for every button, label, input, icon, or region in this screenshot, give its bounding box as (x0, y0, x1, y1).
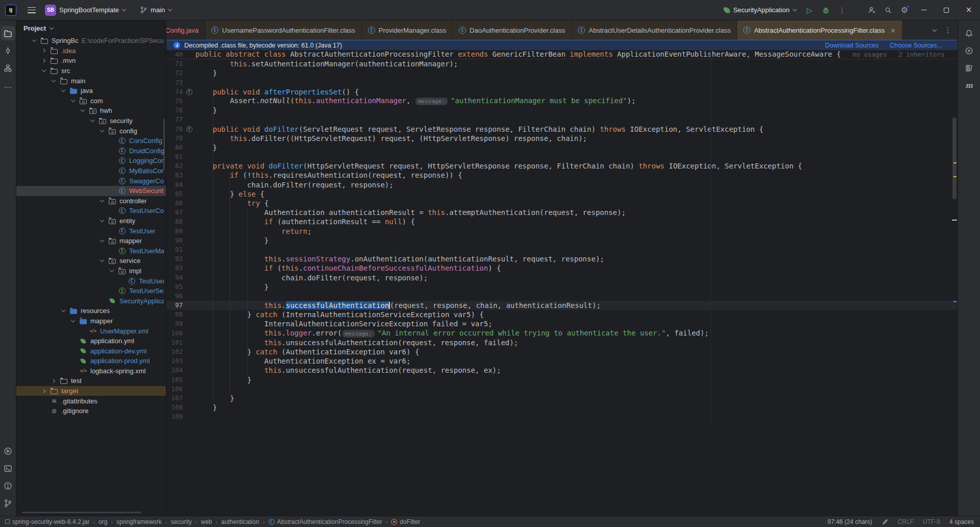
editor-scrollbar-thumb[interactable] (952, 117, 957, 199)
override-method-gutter-icon[interactable]: ↑ (186, 89, 192, 95)
code-line[interactable]: 97 this.successfulAuthentication(request… (166, 301, 958, 310)
code-line[interactable]: 92 this.sessionStrategy.onAuthentication… (166, 254, 958, 264)
breadcrumb-item[interactable]: CAbstractAuthenticationProcessingFilter (268, 518, 382, 525)
code-line[interactable]: 95 } (166, 282, 958, 292)
tree-chevron-slot[interactable] (50, 378, 59, 383)
choose-sources-link[interactable]: Choose Sources... (890, 42, 942, 49)
tree-row[interactable]: java (16, 86, 166, 96)
ai-assistant-button[interactable] (962, 43, 976, 58)
code-line[interactable]: 106 (166, 385, 958, 394)
tree-chevron-slot[interactable] (69, 319, 79, 323)
code-line[interactable]: 83 if (!this.requiresAuthentication(requ… (166, 171, 958, 180)
search-everywhere-button[interactable] (880, 2, 896, 18)
tree-row[interactable]: CSwaggerConfig (16, 176, 166, 186)
read-only-icon[interactable] (881, 518, 889, 525)
editor-background[interactable] (166, 422, 958, 516)
database-button[interactable] (962, 61, 976, 75)
version-control-tool-button[interactable] (1, 496, 15, 510)
vcs-branch-widget[interactable]: main (136, 4, 177, 16)
tree-row[interactable]: CWebSecurityConfig (16, 186, 166, 196)
code-line[interactable]: 86 try { (166, 199, 958, 208)
tree-row[interactable]: CCorsConfig (16, 136, 166, 146)
tree-row[interactable]: CTestUserController (16, 206, 166, 216)
tree-row[interactable]: ≡.gitattributes (16, 396, 166, 406)
tree-row[interactable]: CDruidConfig (16, 146, 166, 156)
tree-row[interactable]: CLoggingConfig (16, 156, 166, 166)
code-with-me-button[interactable] (864, 2, 880, 18)
tree-row[interactable]: impl (16, 266, 166, 276)
minimize-button[interactable] (913, 0, 935, 20)
debug-button[interactable] (818, 2, 834, 18)
code-line[interactable]: 91 (166, 245, 958, 254)
project-panel-header[interactable]: Project (16, 20, 166, 36)
code-line[interactable]: 98 } catch (InternalAuthenticationServic… (166, 310, 958, 319)
tree-chevron-slot[interactable] (40, 389, 50, 393)
code-line[interactable]: 102 } catch (AuthenticationException var… (166, 347, 958, 356)
code-line[interactable]: 105 } (166, 375, 958, 385)
tree-row[interactable]: </>UserMapper.xml (16, 326, 166, 336)
code-line[interactable]: 73 (166, 78, 958, 87)
editor-tab[interactable]: CAbstractAuthenticationProcessingFilter.… (737, 20, 902, 40)
tree-chevron-slot[interactable] (40, 49, 50, 53)
code-line[interactable]: 82 private void doFilter(HttpServletRequ… (166, 161, 958, 171)
tree-row[interactable]: config (16, 126, 166, 136)
more-actions-button[interactable]: ⋮ (834, 2, 850, 18)
maximize-button[interactable] (935, 0, 958, 20)
editor-tab[interactable]: CUsernamePasswordAuthenticationFilter.cl… (205, 20, 362, 40)
tree-row[interactable]: entity (16, 216, 166, 226)
breadcrumb-item[interactable]: security (170, 518, 191, 525)
code-line[interactable]: 94 chain.doFilter(request, response); (166, 273, 958, 282)
code-line[interactable]: 71 this.setAuthenticationManager(authent… (166, 59, 958, 68)
tree-chevron-slot[interactable] (59, 308, 69, 313)
notifications-button[interactable] (962, 26, 976, 40)
tree-row[interactable]: ITestUserService (16, 286, 166, 296)
code-line[interactable]: 88 if (authenticationResult == null) { (166, 217, 958, 226)
run-button[interactable]: ▷ (801, 2, 818, 18)
code-line[interactable]: 76 } (166, 106, 958, 115)
encoding-widget[interactable]: UTF-8 (923, 518, 940, 525)
close-button[interactable]: × (958, 0, 980, 20)
code-line[interactable]: 107 } (166, 394, 958, 403)
breadcrumb-item[interactable]: org (99, 518, 107, 525)
tree-row[interactable]: CTestUserServiceImpl (16, 276, 166, 286)
tree-row[interactable]: controller (16, 196, 166, 206)
tree-chevron-slot[interactable] (98, 238, 108, 243)
caret-position-widget[interactable]: 97:46 (24 chars) (827, 518, 872, 525)
tree-row[interactable]: mapper (16, 236, 166, 246)
code-line[interactable]: 103 AuthenticationException ex = var6; (166, 356, 958, 366)
problems-tool-button[interactable] (1, 478, 15, 493)
code-line[interactable]: 101 this.unsuccessfulAuthentication(requ… (166, 338, 958, 347)
tree-row[interactable]: mapper (16, 316, 166, 326)
tree-row[interactable]: com (16, 96, 166, 106)
code-line[interactable]: 80 } (166, 143, 958, 152)
download-sources-link[interactable]: Download Sources (825, 42, 878, 49)
code-line[interactable]: 40public abstract class AbstractAuthenti… (166, 50, 958, 59)
terminal-tool-button[interactable] (1, 461, 15, 475)
code-line[interactable]: 100 this.logger.error(message:"An intern… (166, 329, 958, 338)
project-vertical-scrollbar[interactable] (163, 118, 165, 170)
project-horizontal-scrollbar[interactable] (22, 512, 141, 513)
tree-row[interactable]: application-prod.yml (16, 356, 166, 366)
tree-row[interactable]: ITestUserMapper (16, 246, 166, 256)
services-tool-button[interactable] (1, 444, 15, 458)
breadcrumb-item[interactable]: web (201, 518, 212, 525)
tree-chevron-slot[interactable] (88, 118, 98, 123)
tree-row[interactable]: SecurityApplication (16, 296, 166, 306)
project-tool-button[interactable] (1, 26, 15, 40)
tree-row[interactable]: hwh (16, 106, 166, 116)
tree-chevron-slot[interactable] (108, 269, 117, 273)
code-line[interactable]: 87 Authentication authenticationResult =… (166, 208, 958, 217)
main-menu-icon[interactable] (28, 7, 36, 13)
override-method-gutter-icon[interactable]: ↑ (186, 126, 192, 132)
indent-widget[interactable]: 4 spaces (949, 518, 974, 525)
code-line[interactable]: 99 InternalAuthenticationServiceExceptio… (166, 319, 958, 328)
code-line[interactable]: 81 (166, 152, 958, 161)
editor-tab[interactable]: CDaoAuthenticationProvider.class (453, 20, 572, 40)
tree-row[interactable]: .idea (16, 46, 166, 56)
maven-button[interactable]: m (962, 78, 976, 92)
tree-chevron-slot[interactable] (30, 38, 40, 43)
tab-close-icon[interactable]: × (890, 27, 896, 34)
line-separator-widget[interactable]: CRLF (898, 518, 914, 525)
code-line[interactable]: 109 (166, 412, 958, 421)
settings-button[interactable]: ⚙ (896, 2, 913, 18)
